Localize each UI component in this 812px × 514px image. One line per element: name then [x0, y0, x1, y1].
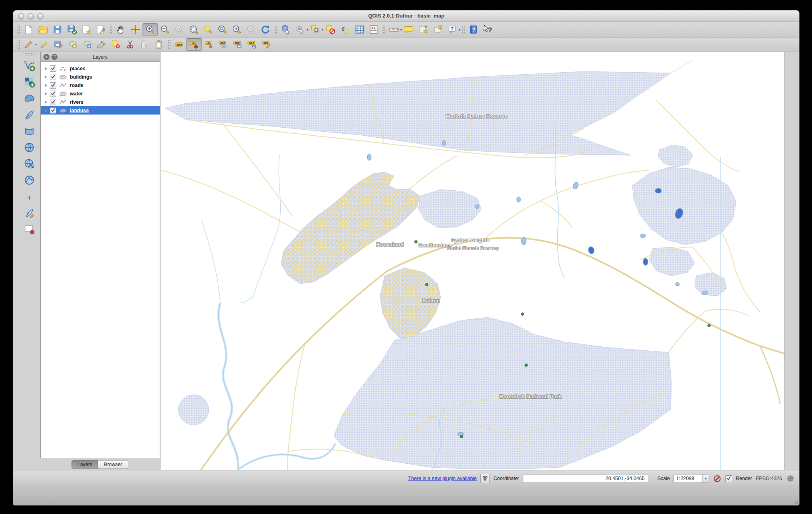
add-spatialite-layer-button[interactable] — [22, 108, 36, 121]
title-bar[interactable]: QGIS 2.0.1-Dufour - basic_map — [13, 10, 799, 22]
zoom-to-layer-button[interactable] — [215, 24, 230, 36]
expand-triangle-icon[interactable] — [45, 75, 47, 79]
node-tool-button[interactable] — [94, 38, 109, 50]
toolbar-drag-handle[interactable] — [462, 25, 465, 34]
layer-row-roads[interactable]: roads — [41, 81, 160, 89]
scale-combo[interactable]: 1:22088 ▼ — [673, 474, 709, 483]
expand-triangle-icon[interactable] — [45, 109, 47, 112]
save-project-as-button[interactable] — [65, 24, 79, 36]
refresh-map-button[interactable] — [258, 24, 273, 36]
layer-checkbox[interactable] — [50, 91, 56, 97]
expand-triangle-icon[interactable] — [45, 101, 47, 104]
toggle-editing-button[interactable] — [37, 38, 51, 50]
save-layer-edits-button[interactable] — [51, 38, 65, 50]
toolbar-drag-handle[interactable] — [274, 25, 277, 34]
zoom-next-button[interactable] — [244, 24, 258, 36]
layer-checkbox[interactable] — [50, 99, 56, 105]
layer-checkbox[interactable] — [50, 65, 56, 72]
show-bookmarks-button[interactable] — [431, 24, 445, 36]
layer-labeling-options-button[interactable]: abc — [172, 38, 186, 50]
render-checkbox[interactable] — [725, 475, 732, 482]
composer-manager-button[interactable] — [93, 24, 108, 36]
toolbar-drag-handle[interactable] — [17, 25, 20, 34]
toolbar-drag-handle[interactable] — [109, 25, 112, 34]
toolbar-drag-handle[interactable] — [24, 53, 34, 55]
pan-to-selection-button[interactable] — [128, 24, 143, 36]
run-feature-action-button[interactable] — [293, 24, 307, 36]
paste-features-button[interactable] — [152, 38, 166, 50]
layers-panel-header[interactable]: ✕ ❐ Layers — [41, 52, 160, 62]
field-calculator-button[interactable] — [366, 24, 381, 36]
whats-this-button[interactable]: ? — [481, 24, 495, 36]
add-wfs-layer-button[interactable] — [22, 174, 36, 186]
expand-triangle-icon[interactable] — [45, 92, 47, 95]
zoom-native-button[interactable]: 1:1 — [172, 24, 186, 36]
current-edits-button[interactable] — [22, 38, 36, 50]
toolbar-drag-handle[interactable] — [382, 25, 385, 34]
deselect-features-button[interactable] — [323, 24, 338, 36]
layer-checkbox[interactable] — [50, 82, 56, 89]
new-bookmark-button[interactable] — [416, 24, 431, 36]
scale-dropdown-icon[interactable]: ▼ — [702, 474, 709, 482]
expand-triangle-icon[interactable] — [45, 84, 47, 87]
toolbar-drag-handle[interactable] — [17, 40, 20, 49]
zoom-in-button[interactable] — [143, 23, 158, 36]
add-postgis-layer-button[interactable] — [22, 92, 36, 105]
tab-browser[interactable]: Browser — [98, 460, 128, 469]
crs-status-button[interactable] — [786, 474, 795, 483]
open-attribute-table-button[interactable] — [352, 24, 366, 36]
layer-checkbox[interactable] — [50, 74, 56, 80]
layer-row-water[interactable]: water — [41, 89, 160, 98]
plugin-available-link[interactable]: There is a new plugin available — [408, 476, 477, 481]
add-mssql-layer-button[interactable] — [22, 125, 36, 137]
stop-render-button[interactable] — [713, 474, 722, 483]
new-print-composer-button[interactable] — [79, 24, 93, 36]
zoom-last-button[interactable] — [230, 24, 244, 36]
add-delimited-text-layer-button[interactable]: , — [22, 190, 36, 203]
map-canvas[interactable]: Marloth Nature Reserve Koornland Swellen… — [161, 52, 785, 470]
zoom-full-button[interactable] — [186, 24, 201, 36]
layer-row-rivers[interactable]: rivers — [41, 98, 160, 106]
open-project-button[interactable] — [36, 24, 50, 36]
layer-checkbox[interactable] — [50, 107, 56, 114]
map-tips-button[interactable] — [402, 24, 416, 36]
layer-row-places[interactable]: places — [41, 64, 160, 73]
save-project-button[interactable] — [50, 24, 65, 36]
text-annotation-button[interactable]: T — [445, 24, 459, 36]
layer-row-landuse[interactable]: landuse — [41, 106, 160, 115]
add-vector-layer-button[interactable] — [22, 59, 36, 72]
change-label-button[interactable]: abc — [259, 38, 273, 50]
copy-features-button[interactable] — [137, 38, 152, 50]
new-project-button[interactable] — [22, 24, 36, 36]
zoom-out-button[interactable] — [158, 24, 172, 36]
identify-features-button[interactable]: i — [279, 24, 293, 36]
resize-grip[interactable] — [792, 498, 798, 504]
highlight-pinned-labels-button[interactable]: ab — [202, 38, 216, 50]
remove-layer-button[interactable] — [22, 223, 36, 235]
move-feature-button[interactable] — [80, 38, 94, 50]
move-label-button[interactable]: abc — [230, 38, 245, 50]
toolbar-drag-handle[interactable] — [168, 40, 170, 49]
layer-row-buildings[interactable]: buildings — [41, 73, 160, 81]
add-feature-button[interactable] — [65, 38, 80, 50]
zoom-to-selection-button[interactable] — [201, 24, 215, 36]
measure-line-button[interactable] — [387, 24, 401, 36]
cut-features-button[interactable] — [123, 38, 137, 50]
select-features-button[interactable] — [308, 24, 323, 36]
add-wms-layer-button[interactable] — [22, 141, 36, 154]
plugin-manager-button[interactable] — [480, 474, 490, 483]
rotate-label-button[interactable]: abc — [245, 38, 259, 50]
select-by-expression-button[interactable]: ε — [338, 24, 352, 36]
panel-close-icon[interactable]: ✕ — [44, 54, 50, 60]
pin-unpin-labels-button[interactable]: ab — [186, 38, 202, 51]
pan-map-button[interactable] — [114, 24, 128, 36]
delete-selected-button[interactable] — [109, 38, 123, 50]
add-wcs-layer-button[interactable] — [22, 157, 36, 170]
tab-layers[interactable]: Layers — [71, 460, 99, 469]
new-shapefile-layer-button[interactable] — [22, 206, 36, 219]
add-raster-layer-button[interactable] — [22, 75, 36, 88]
panel-float-icon[interactable]: ❐ — [51, 54, 57, 60]
expand-triangle-icon[interactable] — [45, 67, 47, 70]
show-hide-labels-button[interactable]: abc — [216, 38, 230, 50]
coordinate-input[interactable] — [523, 474, 648, 483]
